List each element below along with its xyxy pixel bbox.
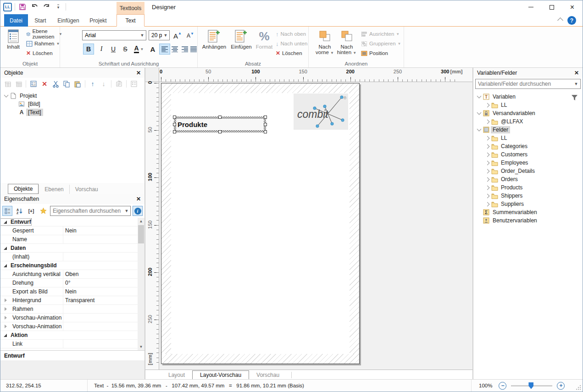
resize-handle[interactable] [218, 116, 222, 119]
minimize-button[interactable] [521, 0, 541, 14]
shrink-font-button[interactable]: A▼ [185, 30, 196, 41]
chevron-down-icon[interactable]: ▼ [139, 33, 146, 38]
tree-item-label[interactable]: Summenvariablen [491, 209, 539, 216]
chevron-down-icon[interactable]: ▼ [123, 209, 130, 213]
variablen-item-shippers[interactable]: Shippers [473, 192, 583, 200]
nach-oben-button[interactable]: ↑ Nach oben [276, 29, 306, 39]
nach-unten-button[interactable]: ↓ Nach unten [276, 39, 307, 48]
categorized-view-button[interactable] [2, 206, 12, 216]
tab-start[interactable]: Start [28, 14, 53, 27]
resize-handle[interactable] [173, 116, 176, 119]
eigenschaften-search-input[interactable] [50, 208, 123, 214]
chevron-down-icon[interactable] [476, 96, 482, 98]
variablen-item-categories[interactable]: Categories [473, 142, 583, 150]
variablen-item-felder[interactable]: Felder [473, 126, 583, 134]
tab-vorschau[interactable]: Vorschau [69, 185, 104, 194]
variablen-item-summenvariablen[interactable]: ΣSummenvariablen [473, 208, 583, 216]
filter-funnel-icon[interactable] [571, 94, 578, 102]
properties-button[interactable] [28, 79, 39, 89]
expand-all-button[interactable]: [+] [26, 206, 36, 216]
variablen-search[interactable]: ▼ [475, 79, 581, 89]
contextual-tab-group-texttools[interactable]: Texttools [117, 2, 144, 14]
variablen-item-customers[interactable]: Customers [473, 150, 583, 159]
gruppieren-button[interactable]: Gruppieren▼ [361, 39, 401, 48]
chevron-down-icon[interactable] [476, 112, 482, 114]
chevron-right-icon[interactable] [484, 137, 490, 140]
zoom-in-button[interactable]: + [557, 382, 565, 390]
tree-item-label[interactable]: Employees [499, 159, 530, 166]
close-icon[interactable]: ✕ [136, 70, 141, 76]
tree-item-label[interactable]: Order_Details [499, 167, 537, 175]
property-value[interactable] [63, 305, 139, 313]
property-value[interactable]: 0° [63, 279, 139, 287]
expand-property-icon[interactable] [5, 298, 7, 302]
property-row-ausrichtung-vertikal[interactable]: Ausrichtung vertikalOben [0, 270, 139, 279]
chevron-right-icon[interactable] [484, 161, 490, 165]
variablen-item-suppliers[interactable]: Suppliers [473, 200, 583, 208]
close-icon[interactable]: ✕ [136, 196, 141, 202]
variablen-item-order-details[interactable]: Order_Details [473, 167, 583, 175]
text-object-body[interactable]: Produkte [176, 119, 264, 130]
property-value[interactable] [63, 314, 139, 322]
tab-layout[interactable]: Layout [161, 370, 192, 380]
insert-report-container-button[interactable] [13, 79, 23, 89]
info-button[interactable]: i [133, 206, 143, 216]
chevron-right-icon[interactable] [484, 203, 490, 206]
expand-property-icon[interactable] [5, 307, 7, 311]
delete-button[interactable]: ✕ [39, 79, 50, 89]
tree-item-label[interactable]: @LLFAX [499, 118, 525, 125]
tab-datei[interactable]: Datei [4, 14, 28, 27]
cut-button[interactable] [50, 79, 61, 89]
variablen-item-ll[interactable]: LL [473, 134, 583, 142]
property-category-daten[interactable]: Daten [0, 244, 139, 253]
copy-button[interactable] [61, 79, 72, 89]
variablen-item-@llfax[interactable]: @LLFAX [473, 117, 583, 126]
property-row-drehung[interactable]: Drehung0° [0, 279, 139, 287]
align-left-button[interactable] [159, 44, 170, 55]
undo-button[interactable] [30, 2, 39, 11]
tree-item-label[interactable]: Customers [499, 151, 529, 158]
property-row-vorschau-animation[interactable]: Vorschau-Animation [0, 314, 139, 322]
chevron-down-icon[interactable]: ▼ [162, 33, 169, 38]
align-center-button[interactable] [169, 44, 180, 55]
expand-property-icon[interactable] [5, 316, 7, 320]
text-object-selected[interactable]: Produkte [174, 116, 266, 133]
strikethrough-button[interactable]: S [120, 44, 131, 55]
tree-item-label[interactable]: [Bild] [26, 100, 42, 108]
scroll-up-icon[interactable]: ▲ [138, 218, 144, 225]
rahmen-button[interactable]: Rahmen▼ [26, 39, 60, 48]
chevron-down-icon[interactable]: ▼ [572, 82, 580, 86]
property-row--inhalt-[interactable]: (Inhalt) [0, 253, 139, 261]
property-category-erscheinungsbild[interactable]: Erscheinungsbild [0, 261, 139, 270]
variablen-item-orders[interactable]: Orders [473, 175, 583, 183]
tab-objekte[interactable]: Objekte [8, 184, 39, 194]
expand-property-icon[interactable] [5, 325, 7, 328]
tree-item-label[interactable]: Variablen [491, 93, 517, 100]
chevron-down-icon[interactable] [3, 95, 9, 97]
property-value[interactable] [63, 235, 139, 243]
variablen-item-products[interactable]: Products [473, 183, 583, 192]
property-category-entwurf[interactable]: Entwurf [0, 218, 139, 226]
resize-handle[interactable] [218, 130, 222, 133]
tree-item-label[interactable]: Projekt [18, 92, 39, 99]
property-category-aktion[interactable]: Aktion [0, 331, 139, 340]
insert-table-button[interactable] [2, 79, 12, 89]
close-icon[interactable]: ✕ [574, 70, 579, 76]
refresh-objects-button[interactable] [114, 79, 124, 89]
ebene-zuweisen-button[interactable]: Ebene zuweisen▼ [26, 29, 62, 39]
property-row-export-als-bild[interactable]: Export als BildNein [0, 287, 139, 296]
move-up-button[interactable]: ↑ [88, 79, 98, 89]
category-expanded-icon[interactable] [4, 221, 7, 224]
tree-item-label[interactable]: Shippers [499, 192, 524, 199]
favorites-star-icon[interactable] [38, 206, 48, 216]
tab-ebenen[interactable]: Ebenen [39, 185, 69, 194]
category-expanded-icon[interactable] [4, 334, 7, 337]
variablen-item-variablen[interactable]: TVariablen [473, 93, 583, 101]
chevron-right-icon[interactable] [484, 153, 490, 156]
property-row-name[interactable]: Name [0, 235, 139, 244]
grow-font-button[interactable]: A▲ [172, 30, 183, 41]
zoom-out-button[interactable]: − [499, 382, 506, 390]
variablen-item-versandvariablen[interactable]: Versandvariablen [473, 109, 583, 117]
close-button[interactable]: × [562, 0, 583, 14]
sort-alphabetical-button[interactable]: AZ [14, 206, 24, 216]
